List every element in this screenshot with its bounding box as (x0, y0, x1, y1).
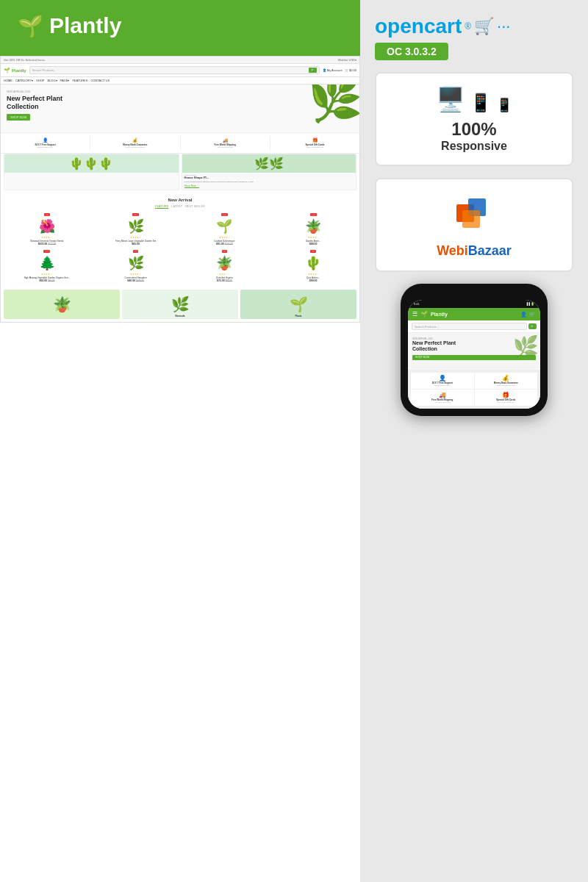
category-feature-row: 🌵🌵🌵 🌿🌿 New Collection House Shape Pl... … (1, 154, 359, 193)
gift-sub: Give The Perfect Gift (272, 146, 358, 148)
mockup-search-button[interactable]: 🔍 (309, 68, 317, 73)
responsive-section: 🖥️ 📱 📱 100% Responsive (375, 72, 573, 166)
opencart-dots-icon: ··· (497, 17, 510, 36)
products-grid: -7% 🌺 ★★★★☆ Botanical Interests Tomato S… (4, 212, 356, 282)
phone-hero: NEW ARRIVAL 2020 New Perfect PlantCollec… (408, 333, 540, 370)
phone-nav-title: Plantly (431, 312, 448, 317)
wb-name-part1: Webi (437, 243, 468, 258)
stars-7: ★★★☆☆ (182, 273, 268, 276)
green-header: 🌱 Plantly (0, 0, 360, 56)
wb-cube-svg (453, 191, 495, 232)
badge-3: -21% (221, 213, 228, 216)
phone-shipping-icon: 🚚 (413, 392, 472, 398)
menu-contact[interactable]: CONTACT US (90, 79, 110, 82)
phone-mockup-section: 9:41 ▐▐ 🔋 ☰ 🌱 Plantly 👤 🛒 Search (375, 284, 573, 416)
badge-7: -6% (222, 250, 227, 253)
stars-3: ★★★★☆ (182, 236, 268, 239)
badge-4: -11% (310, 213, 317, 216)
phone-nav-icons: 👤 🛒 (520, 312, 536, 318)
opencart-text: opencart (375, 15, 462, 38)
phone-nav: ☰ 🌱 Plantly 👤 🛒 (408, 308, 540, 320)
phone-search-placeholder: Search Products... (415, 325, 439, 329)
phone-search-bar: Search Products... 🔍 (408, 320, 540, 333)
plant-img-6: 🌿 (93, 255, 179, 271)
opencart-section: opencart ® 🛒 ··· OC 3.0.3.2 (375, 15, 573, 60)
phone-money-icon: 💰 (477, 375, 536, 381)
hero-shop-now-button[interactable]: SHOP NOW (7, 114, 30, 121)
phone-account-icon: 👤 (520, 312, 527, 318)
money-back-sub: 100% Secure Payment (92, 146, 178, 148)
right-panel: opencart ® 🛒 ··· OC 3.0.3.2 🖥️ 📱 📱 100% … (360, 0, 588, 882)
mobile-icon: 📱 (496, 97, 512, 113)
webibazaar-name: WebiBazaar (437, 243, 512, 259)
phone-inner: 9:41 ▐▐ 🔋 ☰ 🌱 Plantly 👤 🛒 Search (408, 300, 540, 409)
phone-feature-money: 💰 Money Back Guarantee 100% Secure Payme… (475, 373, 538, 389)
badge-5: -11% (43, 250, 50, 253)
mockup-navbar: 🌱 Plantly Search Products... 🔍 👤 My Acco… (1, 64, 359, 77)
phone-search-button[interactable]: 🔍 (528, 323, 537, 329)
product-3: -21% 🌱 ★★★★☆ Laudant Doloremque $91.00 $… (182, 212, 268, 246)
plants-content: New Collection House Shape Pl... Casual … (182, 173, 356, 190)
phone-support-sub: Online Support 24/7 (413, 384, 472, 387)
tab-bestseller[interactable]: BEST SELLER (185, 204, 205, 209)
plant-img-2: 🌿 (93, 218, 179, 234)
tab-feature[interactable]: FEATURE (155, 204, 168, 209)
phone-outer: 9:41 ▐▐ 🔋 ☰ 🌱 Plantly 👤 🛒 Search (401, 284, 548, 416)
hero-plant-decoration: 🌿 (308, 85, 359, 121)
plant-img-5: 🌲 (4, 255, 90, 271)
gift-icon: 🎁 (272, 137, 358, 143)
feature-support: 👤 24 X 7 Free Support Online Support 24/… (1, 136, 90, 150)
phone-search-input[interactable]: Search Products... (412, 323, 527, 330)
mockup-hero: NEW ARRIVAL 2020 New Perfect PlantCollec… (1, 85, 359, 132)
phone-time: 9:41 (414, 302, 420, 306)
menu-page[interactable]: PAGE▾ (60, 79, 70, 82)
phone-nav-leaf-icon: 🌱 (420, 311, 428, 318)
mockup-logo-leaf-icon: 🌱 (4, 68, 10, 74)
plant-img-1: 🌺 (4, 218, 90, 234)
logo-text: Plantly (49, 13, 121, 38)
responsive-label: Responsive (441, 140, 507, 153)
menu-shop[interactable]: SHOP (36, 79, 44, 82)
mockup-search[interactable]: Search Products... 🔍 (29, 66, 320, 74)
house-shape-title: House Shape Pl... (184, 176, 354, 180)
phone-status-bar: 9:41 ▐▐ 🔋 (408, 300, 540, 308)
badge-8: -5% (310, 250, 315, 253)
banner-row: 🪴 🌿 Bermuda 🌱 Plants (1, 287, 359, 322)
house-shape-desc: Casual multifunctional sofabeds feed sl … (184, 181, 354, 183)
left-panel: 🌱 Plantly Get 30% Off On Selected Items … (0, 0, 360, 882)
stars-6: ★★★★☆ (93, 273, 179, 276)
device-icons: 🖥️ 📱 📱 (436, 85, 512, 113)
feature-gift: 🎁 Special Gift Cards Give The Perfect Gi… (270, 136, 359, 150)
hero-title: New Perfect PlantCollection (7, 95, 198, 111)
website-mockup: Get 30% Off On Selected Items Wishlist U… (0, 56, 360, 323)
feature-money-back: 💰 Money Back Guarantee 100% Secure Payme… (90, 136, 180, 150)
products-heading: New Arrival (4, 198, 356, 202)
responsive-percent: 100% (451, 119, 496, 140)
stars-4: ★★★★☆ (270, 236, 356, 239)
menu-category[interactable]: CATEGORY▾ (15, 79, 33, 82)
menu-home[interactable]: HOME (4, 79, 12, 82)
stars-5: ★★★★☆ (4, 273, 90, 276)
opencart-cart-icon: 🛒 (474, 17, 494, 36)
product-5: -11% 🌲 ★★★★☆ High Mowing Vegetable Garde… (4, 248, 90, 282)
price-1: $103.00 $111.00 (4, 243, 90, 245)
tablet-icon: 📱 (470, 93, 492, 113)
phone-hero-plant-decoration: 🌿 (513, 334, 539, 359)
wb-name-part2: Bazaar (468, 243, 512, 258)
svg-rect-2 (462, 210, 480, 228)
shop-now-link[interactable]: Shop Now → (184, 184, 200, 188)
mockup-search-placeholder: Search Products... (32, 68, 57, 72)
phone-status-icons: ▐▐ 🔋 (526, 302, 534, 306)
menu-blog[interactable]: BLOG▾ (47, 79, 57, 82)
menu-features[interactable]: FEATURES (72, 79, 87, 82)
support-icon: 👤 (2, 137, 88, 143)
hero-text-area: NEW ARRIVAL 2020 New Perfect PlantCollec… (7, 90, 198, 121)
webibazaar-section: WebiBazaar (375, 178, 573, 272)
hero-label: NEW ARRIVAL 2020 (7, 90, 198, 93)
money-back-icon: 💰 (92, 137, 178, 143)
plants-card: 🌿🌿 New Collection House Shape Pl... Casu… (182, 154, 357, 190)
banner-2-emoji: 🌿 (171, 295, 190, 313)
phone-features-grid: 👤 24 X 7 Free Support Online Support 24/… (408, 370, 540, 409)
tab-latest[interactable]: LATEST (171, 204, 182, 209)
mockup-topbar: Get 30% Off On Selected Items Wishlist U… (1, 57, 359, 64)
